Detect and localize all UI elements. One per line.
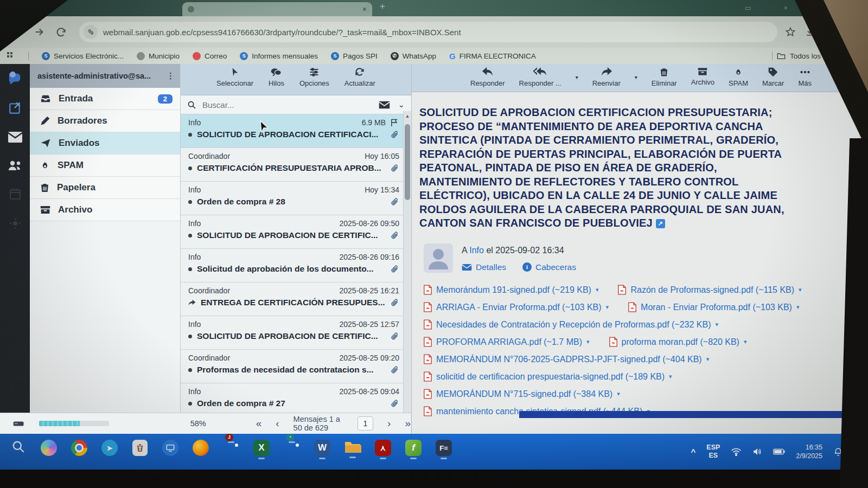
account-menu-icon[interactable]: ⋮ (167, 71, 175, 81)
search-input[interactable] (201, 100, 374, 110)
bookmark-informes[interactable]: SInformes mensuales (240, 52, 318, 60)
attachment-chip[interactable]: Razón de Proformas-signed.pdf (~115 KB)▾ (618, 285, 801, 295)
taskbar-search-icon[interactable] (9, 440, 28, 464)
volume-icon[interactable] (752, 447, 762, 456)
attachment-chip[interactable]: Moran - Enviar Proforma.pdf (~103 KB)▾ (628, 302, 799, 312)
sidebar-item-archivo[interactable]: Archivo (30, 199, 180, 221)
options-button[interactable]: Opciones (299, 67, 329, 95)
recipient-link[interactable]: Info (469, 246, 484, 255)
compose-icon[interactable] (8, 101, 22, 115)
sidebar-item-spam[interactable]: SPAM (30, 155, 180, 177)
delete-button[interactable]: Eliminar (652, 67, 677, 92)
bookmark-firma[interactable]: GFIRMA ELECTRONICA (449, 52, 536, 61)
taskbar-firefox-icon[interactable] (191, 440, 210, 464)
reply-button[interactable]: Responder (470, 67, 505, 92)
attachment-chip[interactable]: PROFORMA ARRIAGA.pdf (~1.7 MB)▾ (424, 337, 590, 347)
attachment-menu-icon[interactable]: ▾ (596, 286, 599, 293)
scroll-up-icon[interactable]: ▲ (404, 113, 411, 119)
taskbar-chrome-profile-2-icon[interactable]: ◔ (282, 440, 302, 464)
taskbar-acrobat-icon[interactable]: ⋏ (373, 440, 393, 464)
search-scope-chevron-icon[interactable]: ⌄ (398, 100, 405, 110)
site-info-icon[interactable] (84, 25, 98, 39)
attachment-menu-icon[interactable]: ▾ (586, 338, 590, 345)
attachment-menu-icon[interactable]: ▾ (716, 321, 719, 328)
tray-expand-icon[interactable]: ^ (691, 447, 696, 457)
bookmark-municipio[interactable]: Municipio (137, 52, 180, 60)
language-indicator[interactable]: ESPES (706, 444, 720, 460)
bookmark-star-icon[interactable] (785, 27, 796, 37)
message-row[interactable]: InfoHoy 15:34 Orden de compra # 28 (181, 182, 411, 215)
attachment-menu-icon[interactable]: ▾ (606, 304, 609, 311)
headers-button[interactable]: i Cabeceras (522, 262, 576, 272)
clock[interactable]: 16:352/9/2025 (796, 443, 822, 460)
wifi-icon[interactable] (731, 448, 742, 456)
taskbar-display-icon[interactable] (161, 440, 180, 464)
attachment-chip[interactable]: Memorándum 191-signed.pdf (~219 KB)▾ (424, 285, 598, 295)
message-row[interactable]: Info2025-08-26 09:50 SOLICITUD DE APROBA… (181, 215, 411, 249)
taskbar-word-icon[interactable]: W (312, 440, 332, 464)
next-page-button[interactable]: › (387, 418, 391, 429)
message-row[interactable]: Coordinador2025-08-25 09:20 Proformas de… (181, 350, 411, 383)
scrollbar-thumb[interactable] (405, 124, 410, 200)
apps-grid-icon[interactable] (7, 52, 15, 60)
attachment-menu-icon[interactable]: ▾ (617, 390, 620, 397)
taskbar-signer-dark-icon[interactable]: F≡ (434, 440, 454, 464)
taskbar-file-explorer-icon[interactable] (343, 440, 362, 464)
taskbar-recycle-bin-icon[interactable] (130, 440, 150, 464)
message-row[interactable]: CoordinadorHoy 16:05 CERTIFICACIÓN PRESU… (181, 148, 411, 182)
reload-icon[interactable] (50, 21, 72, 43)
more-button[interactable]: Más (798, 67, 812, 92)
attachment-chip[interactable]: MEMORÁNDUM N°706-2025-GADPRSJ-PJFT-signe… (424, 354, 709, 364)
attachment-menu-icon[interactable]: ▾ (706, 356, 710, 363)
attachment-menu-icon[interactable]: ▾ (744, 338, 747, 345)
message-row[interactable]: Coordinador2025-08-25 16:21 ENTREGA DE C… (181, 282, 411, 316)
bookmark-whatsapp[interactable]: ✆WhatsApp (391, 52, 436, 60)
last-page-button[interactable]: » (405, 418, 411, 429)
address-bar[interactable]: webmail.sanjuan.gob.ec/cpsess9416766630/… (79, 22, 777, 42)
calendar-icon[interactable] (9, 188, 22, 201)
reply-all-caret-icon[interactable]: ▾ (576, 74, 578, 92)
attachment-chip[interactable]: proforma moran.pdf (~820 KB)▾ (609, 337, 747, 347)
url-text[interactable]: webmail.sanjuan.gob.ec/cpsess9416766630/… (103, 28, 461, 37)
message-row[interactable]: Info2025-08-26 09:16 Solicitud de aproba… (181, 249, 411, 282)
sidebar-item-enviados[interactable]: Enviados (30, 132, 180, 155)
attachment-menu-icon[interactable]: ▾ (796, 304, 800, 311)
refresh-button[interactable]: Actualizar (344, 67, 375, 95)
tab-close-icon[interactable]: × (362, 5, 367, 13)
select-button[interactable]: Seleccionar (216, 67, 253, 95)
sidebar-item-papelera[interactable]: Papelera (30, 177, 180, 199)
prev-page-button[interactable]: ‹ (276, 418, 279, 429)
bookmark-servicios[interactable]: SServicios Electrónic... (42, 52, 124, 60)
account-header[interactable]: asistente-administrativo@sa... ⋮ (30, 64, 180, 88)
threads-button[interactable]: Hilos (269, 67, 284, 95)
bookmark-pagos[interactable]: SPagos SPI (331, 52, 378, 60)
mark-button[interactable]: Marcar (762, 67, 784, 92)
new-tab-button[interactable]: + (380, 1, 385, 12)
sidebar-item-entrada[interactable]: Entrada 2 (30, 88, 180, 110)
taskbar-signer-green-icon[interactable]: f (404, 440, 423, 464)
attachment-chip[interactable]: solicitid de certificacion prespuestaria… (424, 371, 672, 382)
taskbar-telegram-icon[interactable]: ➤ (100, 440, 119, 464)
details-button[interactable]: Detalles (462, 262, 506, 272)
attachment-chip[interactable]: Necesidades de Contratación y Recepción … (424, 319, 718, 330)
spam-button[interactable]: SPAM (729, 67, 748, 92)
bookmark-correo[interactable]: Correo (193, 52, 227, 60)
window-controls[interactable]: ▭ × (745, 4, 803, 12)
archive-button[interactable]: Archivo (691, 67, 714, 92)
forward-caret-icon[interactable]: ▾ (635, 74, 637, 92)
attachment-chip[interactable]: MEMORÁNDUM N°715-signed.pdf (~384 KB)▾ (424, 389, 620, 399)
external-link-icon[interactable]: ↗ (656, 219, 665, 228)
contacts-icon[interactable] (8, 159, 23, 171)
battery-icon[interactable] (773, 448, 785, 455)
mail-icon[interactable] (8, 131, 23, 143)
reply-all-button[interactable]: Responder ... (519, 67, 561, 92)
attachment-menu-icon[interactable]: ▾ (669, 373, 672, 380)
message-row[interactable]: Info2025-08-25 12:57 SOLICITUD DE APROBA… (181, 316, 411, 350)
sidebar-item-borradores[interactable]: Borradores (30, 110, 180, 132)
taskbar-chrome-profile-j-icon[interactable]: J (221, 440, 241, 464)
page-input[interactable]: 1 (358, 416, 373, 431)
taskbar-excel-icon[interactable]: X (252, 440, 271, 464)
message-row[interactable]: Info6.9 MB SOLICITUD DE APROBACION CERTI… (181, 114, 411, 148)
taskbar-chrome-icon[interactable] (69, 440, 89, 464)
settings-icon[interactable] (9, 217, 22, 230)
